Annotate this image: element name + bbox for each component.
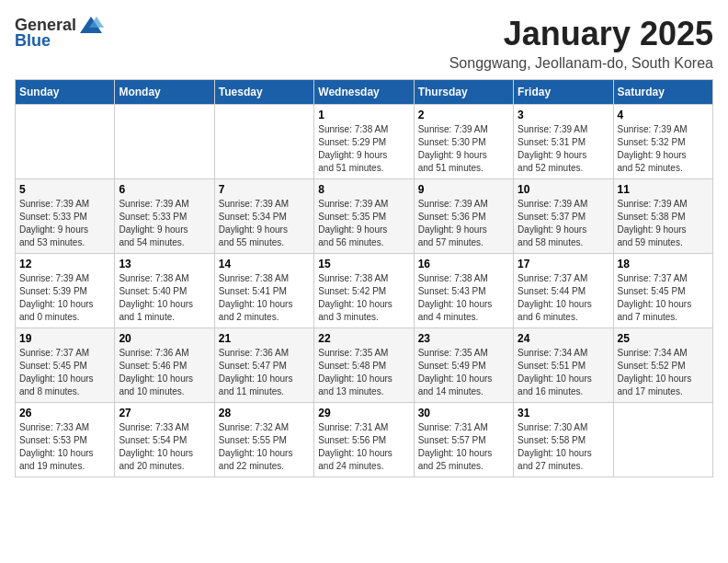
calendar-cell: 10Sunrise: 7:39 AM Sunset: 5:37 PM Dayli… (514, 179, 613, 254)
day-number: 27 (119, 407, 210, 419)
calendar-week-3: 12Sunrise: 7:39 AM Sunset: 5:39 PM Dayli… (16, 254, 713, 328)
day-number: 13 (119, 258, 210, 270)
calendar-table: SundayMondayTuesdayWednesdayThursdayFrid… (15, 79, 713, 477)
calendar-cell: 30Sunrise: 7:31 AM Sunset: 5:57 PM Dayli… (414, 403, 513, 477)
day-info: Sunrise: 7:38 AM Sunset: 5:42 PM Dayligh… (318, 272, 409, 324)
day-number: 6 (119, 183, 210, 196)
calendar-cell: 14Sunrise: 7:38 AM Sunset: 5:41 PM Dayli… (214, 254, 313, 328)
calendar-cell: 21Sunrise: 7:36 AM Sunset: 5:47 PM Dayli… (214, 328, 313, 403)
calendar-cell: 6Sunrise: 7:39 AM Sunset: 5:33 PM Daylig… (115, 179, 214, 254)
day-info: Sunrise: 7:34 AM Sunset: 5:51 PM Dayligh… (518, 347, 609, 398)
header-monday: Monday (115, 80, 214, 105)
calendar-cell: 27Sunrise: 7:33 AM Sunset: 5:54 PM Dayli… (115, 403, 214, 477)
calendar-cell: 8Sunrise: 7:39 AM Sunset: 5:35 PM Daylig… (314, 179, 414, 254)
day-info: Sunrise: 7:35 AM Sunset: 5:48 PM Dayligh… (318, 347, 409, 398)
day-info: Sunrise: 7:30 AM Sunset: 5:58 PM Dayligh… (518, 421, 609, 473)
calendar-cell: 4Sunrise: 7:39 AM Sunset: 5:32 PM Daylig… (613, 105, 712, 179)
calendar-cell: 20Sunrise: 7:36 AM Sunset: 5:46 PM Dayli… (115, 328, 214, 403)
logo-blue-text: Blue (15, 31, 51, 51)
logo-icon (78, 15, 104, 35)
calendar-cell: 29Sunrise: 7:31 AM Sunset: 5:56 PM Dayli… (314, 403, 414, 477)
calendar-cell: 9Sunrise: 7:39 AM Sunset: 5:36 PM Daylig… (414, 179, 513, 254)
day-info: Sunrise: 7:37 AM Sunset: 5:44 PM Dayligh… (518, 272, 609, 324)
day-info: Sunrise: 7:33 AM Sunset: 5:54 PM Dayligh… (119, 421, 210, 473)
calendar-cell: 5Sunrise: 7:39 AM Sunset: 5:33 PM Daylig… (16, 179, 115, 254)
day-info: Sunrise: 7:39 AM Sunset: 5:33 PM Dayligh… (19, 198, 110, 249)
day-number: 21 (219, 332, 310, 345)
calendar-cell: 22Sunrise: 7:35 AM Sunset: 5:48 PM Dayli… (314, 328, 414, 403)
calendar-cell (214, 105, 313, 179)
day-number: 3 (518, 109, 609, 121)
day-number: 19 (19, 332, 110, 345)
day-info: Sunrise: 7:39 AM Sunset: 5:32 PM Dayligh… (618, 123, 709, 175)
calendar-body: 1Sunrise: 7:38 AM Sunset: 5:29 PM Daylig… (16, 105, 713, 477)
month-title: January 2025 (449, 15, 713, 53)
day-info: Sunrise: 7:39 AM Sunset: 5:35 PM Dayligh… (318, 198, 409, 249)
calendar-cell: 24Sunrise: 7:34 AM Sunset: 5:51 PM Dayli… (514, 328, 613, 403)
calendar-week-2: 5Sunrise: 7:39 AM Sunset: 5:33 PM Daylig… (16, 179, 713, 254)
day-info: Sunrise: 7:39 AM Sunset: 5:39 PM Dayligh… (19, 272, 110, 324)
day-info: Sunrise: 7:36 AM Sunset: 5:47 PM Dayligh… (219, 347, 310, 398)
calendar-cell: 17Sunrise: 7:37 AM Sunset: 5:44 PM Dayli… (514, 254, 613, 328)
day-number: 23 (418, 332, 509, 345)
day-number: 18 (618, 258, 709, 270)
day-number: 16 (418, 258, 509, 270)
day-info: Sunrise: 7:39 AM Sunset: 5:30 PM Dayligh… (418, 123, 509, 175)
day-info: Sunrise: 7:34 AM Sunset: 5:52 PM Dayligh… (618, 347, 709, 398)
day-number: 30 (418, 407, 509, 419)
calendar-cell (115, 105, 214, 179)
day-info: Sunrise: 7:37 AM Sunset: 5:45 PM Dayligh… (19, 347, 110, 398)
day-number: 4 (618, 109, 709, 121)
day-number: 8 (318, 183, 409, 196)
calendar-cell: 13Sunrise: 7:38 AM Sunset: 5:40 PM Dayli… (115, 254, 214, 328)
calendar-cell: 1Sunrise: 7:38 AM Sunset: 5:29 PM Daylig… (314, 105, 414, 179)
calendar-cell (16, 105, 115, 179)
header-friday: Friday (514, 80, 613, 105)
location-title: Songgwang, Jeollanam-do, South Korea (449, 55, 713, 72)
calendar-cell: 12Sunrise: 7:39 AM Sunset: 5:39 PM Dayli… (16, 254, 115, 328)
day-number: 25 (618, 332, 709, 345)
day-number: 15 (318, 258, 409, 270)
calendar-cell: 19Sunrise: 7:37 AM Sunset: 5:45 PM Dayli… (16, 328, 115, 403)
calendar-cell: 7Sunrise: 7:39 AM Sunset: 5:34 PM Daylig… (214, 179, 313, 254)
day-info: Sunrise: 7:35 AM Sunset: 5:49 PM Dayligh… (418, 347, 509, 398)
day-number: 1 (318, 109, 409, 121)
calendar-cell: 18Sunrise: 7:37 AM Sunset: 5:45 PM Dayli… (613, 254, 712, 328)
day-number: 24 (518, 332, 609, 345)
calendar-week-4: 19Sunrise: 7:37 AM Sunset: 5:45 PM Dayli… (16, 328, 713, 403)
day-info: Sunrise: 7:38 AM Sunset: 5:41 PM Dayligh… (219, 272, 310, 324)
day-number: 7 (219, 183, 310, 196)
day-info: Sunrise: 7:39 AM Sunset: 5:36 PM Dayligh… (418, 198, 509, 249)
day-number: 9 (418, 183, 509, 196)
title-section: January 2025 Songgwang, Jeollanam-do, So… (449, 15, 713, 72)
calendar-cell: 28Sunrise: 7:32 AM Sunset: 5:55 PM Dayli… (214, 403, 313, 477)
header-thursday: Thursday (414, 80, 513, 105)
day-info: Sunrise: 7:36 AM Sunset: 5:46 PM Dayligh… (119, 347, 210, 398)
day-info: Sunrise: 7:37 AM Sunset: 5:45 PM Dayligh… (618, 272, 709, 324)
calendar-cell: 3Sunrise: 7:39 AM Sunset: 5:31 PM Daylig… (514, 105, 613, 179)
day-number: 20 (119, 332, 210, 345)
calendar-cell: 16Sunrise: 7:38 AM Sunset: 5:43 PM Dayli… (414, 254, 513, 328)
calendar-week-5: 26Sunrise: 7:33 AM Sunset: 5:53 PM Dayli… (16, 403, 713, 477)
day-info: Sunrise: 7:32 AM Sunset: 5:55 PM Dayligh… (219, 421, 310, 473)
day-number: 2 (418, 109, 509, 121)
day-info: Sunrise: 7:31 AM Sunset: 5:57 PM Dayligh… (418, 421, 509, 473)
calendar-cell: 26Sunrise: 7:33 AM Sunset: 5:53 PM Dayli… (16, 403, 115, 477)
calendar-cell: 15Sunrise: 7:38 AM Sunset: 5:42 PM Dayli… (314, 254, 414, 328)
calendar-cell: 31Sunrise: 7:30 AM Sunset: 5:58 PM Dayli… (514, 403, 613, 477)
calendar-cell: 11Sunrise: 7:39 AM Sunset: 5:38 PM Dayli… (613, 179, 712, 254)
day-number: 22 (318, 332, 409, 345)
header-saturday: Saturday (613, 80, 712, 105)
calendar-header: SundayMondayTuesdayWednesdayThursdayFrid… (16, 80, 713, 105)
day-info: Sunrise: 7:39 AM Sunset: 5:38 PM Dayligh… (618, 198, 709, 249)
calendar-cell (613, 403, 712, 477)
header-row: SundayMondayTuesdayWednesdayThursdayFrid… (16, 80, 713, 105)
calendar-cell: 2Sunrise: 7:39 AM Sunset: 5:30 PM Daylig… (414, 105, 513, 179)
day-number: 31 (518, 407, 609, 419)
day-number: 5 (19, 183, 110, 196)
day-info: Sunrise: 7:39 AM Sunset: 5:33 PM Dayligh… (119, 198, 210, 249)
day-info: Sunrise: 7:38 AM Sunset: 5:29 PM Dayligh… (318, 123, 409, 175)
day-number: 14 (219, 258, 310, 270)
day-info: Sunrise: 7:39 AM Sunset: 5:37 PM Dayligh… (518, 198, 609, 249)
day-info: Sunrise: 7:39 AM Sunset: 5:31 PM Dayligh… (518, 123, 609, 175)
